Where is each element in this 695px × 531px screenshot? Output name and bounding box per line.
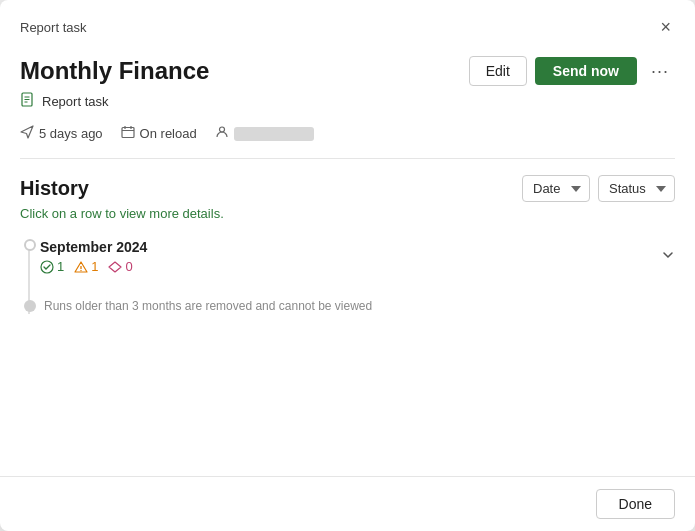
timeline-month-group: September 2024 1 <box>40 239 147 274</box>
timeline-note-text: Runs older than 3 months are removed and… <box>44 299 372 313</box>
success-count: 1 <box>57 259 64 274</box>
timeline-stats: 1 1 <box>40 259 147 274</box>
timeline-note: Runs older than 3 months are removed and… <box>40 296 675 314</box>
edit-button[interactable]: Edit <box>469 56 527 86</box>
timeline-note-dot <box>24 300 36 312</box>
schedule-label: On reload <box>140 126 197 141</box>
timeline-dot <box>24 239 36 251</box>
more-options-button[interactable]: ··· <box>645 57 675 86</box>
report-title: Monthly Finance <box>20 57 209 85</box>
filter-row: Date Status <box>522 175 675 202</box>
send-icon <box>20 125 34 142</box>
modal-title: Report task <box>20 20 86 35</box>
history-header: History Date Status <box>20 175 675 202</box>
modal-body: Monthly Finance Edit Send now ··· Report… <box>0 48 695 476</box>
report-type-label: Report task <box>42 94 108 109</box>
svg-point-11 <box>81 269 82 270</box>
meta-row: 5 days ago On reload <box>20 121 675 159</box>
timeline-content: September 2024 1 <box>40 235 675 276</box>
report-type-icon <box>20 92 36 111</box>
calendar-icon <box>121 125 135 142</box>
date-filter[interactable]: Date <box>522 175 590 202</box>
time-ago-item: 5 days ago <box>20 125 103 142</box>
svg-point-8 <box>219 127 224 132</box>
user-avatar-placeholder <box>234 127 314 141</box>
status-filter[interactable]: Status <box>598 175 675 202</box>
modal-header: Report task × <box>0 0 695 48</box>
timeline: September 2024 1 <box>20 235 675 314</box>
timeline-item[interactable]: September 2024 1 <box>40 235 675 276</box>
done-button[interactable]: Done <box>596 489 675 519</box>
history-section: History Date Status Click on a row to vi… <box>20 159 675 314</box>
modal-footer: Done <box>0 476 695 531</box>
warning-count: 1 <box>91 259 98 274</box>
close-button[interactable]: × <box>656 16 675 38</box>
report-type-row: Report task <box>20 92 675 111</box>
success-stat: 1 <box>40 259 64 274</box>
header-actions: Edit Send now ··· <box>469 56 675 86</box>
timeline-month: September 2024 <box>40 239 147 255</box>
svg-point-9 <box>41 261 53 273</box>
error-count: 0 <box>125 259 132 274</box>
schedule-item: On reload <box>121 125 197 142</box>
report-task-modal: Report task × Monthly Finance Edit Send … <box>0 0 695 531</box>
error-stat: 0 <box>108 259 132 274</box>
history-title: History <box>20 177 89 200</box>
user-icon <box>215 125 229 142</box>
expand-button[interactable] <box>661 248 675 265</box>
svg-rect-4 <box>122 128 134 138</box>
report-header: Monthly Finance Edit Send now ··· <box>20 48 675 92</box>
user-item <box>215 125 314 142</box>
time-ago-label: 5 days ago <box>39 126 103 141</box>
send-now-button[interactable]: Send now <box>535 57 637 85</box>
warning-stat: 1 <box>74 259 98 274</box>
click-hint: Click on a row to view more details. <box>20 206 675 221</box>
